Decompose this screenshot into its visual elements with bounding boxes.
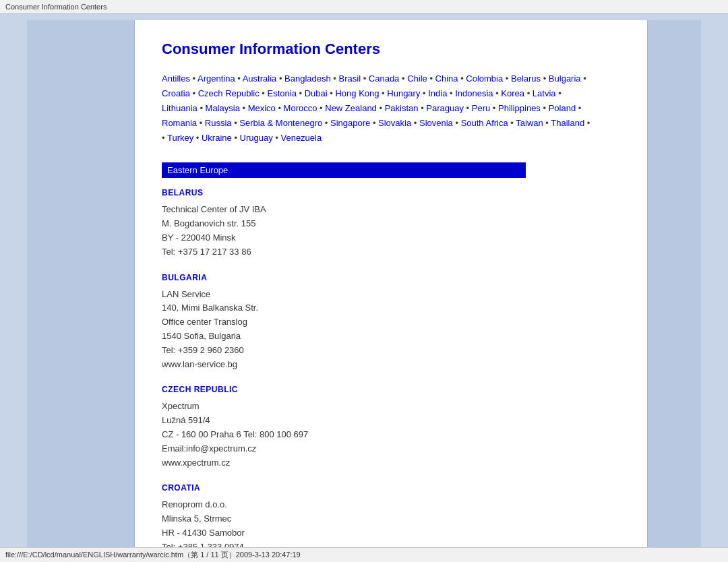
link-indonesia[interactable]: Indonesia (455, 88, 493, 98)
link-paraguay[interactable]: Paraguay (426, 103, 464, 113)
link-australia[interactable]: Australia (243, 73, 277, 84)
link-south-africa[interactable]: South Africa (461, 118, 508, 128)
link-chile[interactable]: Chile (407, 73, 427, 84)
link-new-zealand[interactable]: New Zealand (325, 103, 377, 113)
link-antilles[interactable]: Antilles (162, 73, 190, 84)
country-name-croatia: CROATIA (162, 483, 620, 493)
link-slovenia[interactable]: Slovenia (419, 118, 453, 128)
link-turkey[interactable]: Turkey (167, 133, 193, 143)
status-bar-text: file:///E:/CD/lcd/manual/ENGLISH/warrant… (5, 550, 301, 560)
link-belarus[interactable]: Belarus (511, 73, 541, 84)
link-poland[interactable]: Poland (549, 103, 576, 113)
link-hong-kong[interactable]: Hong Kong (335, 88, 379, 98)
link-pakistan[interactable]: Pakistan (385, 103, 419, 113)
right-sidebar (701, 20, 728, 562)
link-india[interactable]: India (428, 88, 447, 98)
country-section-bulgaria: BULGARIA LAN Service 140, Mimi Balkanska… (162, 273, 620, 372)
title-bar: Consumer Information Centers (0, 0, 728, 13)
link-philippines[interactable]: Philippines (498, 103, 541, 113)
left-panel (27, 20, 135, 562)
link-lithuania[interactable]: Lithuania (162, 103, 198, 113)
main-content: Consumer Information Centers Antilles • … (135, 20, 647, 562)
link-china[interactable]: China (435, 73, 458, 84)
link-malaysia[interactable]: Malaysia (206, 103, 240, 113)
outer-wrapper: Consumer Information Centers Antilles • … (0, 13, 728, 562)
country-details-czech-republic: Xpectrum Lužná 591/4 CZ - 160 00 Praha 6… (162, 400, 620, 470)
link-morocco[interactable]: Morocco (284, 103, 317, 113)
link-korea[interactable]: Korea (501, 88, 524, 98)
link-estonia[interactable]: Estonia (268, 88, 297, 98)
country-section-croatia: CROATIA Renoprom d.o.o. Mlinska 5, Strme… (162, 483, 620, 554)
link-thailand[interactable]: Thailand (551, 118, 584, 128)
link-croatia[interactable]: Croatia (162, 88, 190, 98)
left-sidebar (0, 20, 27, 562)
link-peru[interactable]: Peru (472, 103, 490, 113)
link-bangladesh[interactable]: Bangladesh (284, 73, 331, 84)
link-colombia[interactable]: Colombia (466, 73, 503, 84)
country-name-bulgaria: BULGARIA (162, 273, 620, 282)
link-slovakia[interactable]: Slovakia (378, 118, 411, 128)
link-mexico[interactable]: Mexico (248, 103, 276, 113)
page-title: Consumer Information Centers (162, 40, 620, 58)
country-section-czech-republic: CZECH REPUBLIC Xpectrum Lužná 591/4 CZ -… (162, 385, 620, 470)
right-panel (647, 20, 701, 562)
link-latvia[interactable]: Latvia (533, 88, 556, 98)
link-dubai[interactable]: Dubai (305, 88, 328, 98)
link-brasil[interactable]: Brasil (339, 73, 361, 84)
title-bar-text: Consumer Information Centers (5, 3, 107, 11)
link-taiwan[interactable]: Taiwan (516, 118, 543, 128)
link-romania[interactable]: Romania (162, 118, 197, 128)
country-section-belarus: BELARUS Technical Center of JV IBA M. Bo… (162, 188, 620, 259)
country-details-belarus: Technical Center of JV IBA M. Bogdanovic… (162, 203, 620, 259)
link-argentina[interactable]: Argentina (198, 73, 235, 84)
link-bulgaria[interactable]: Bulgaria (549, 73, 581, 84)
link-russia[interactable]: Russia (205, 118, 232, 128)
link-venezuela[interactable]: Venezuela (280, 133, 322, 143)
country-name-belarus: BELARUS (162, 188, 620, 197)
link-singapore[interactable]: Singapore (330, 118, 370, 128)
link-czech-republic[interactable]: Czech Republic (198, 88, 260, 98)
section-header-eastern-europe: Eastern Europe (162, 162, 526, 178)
link-canada[interactable]: Canada (369, 73, 400, 84)
links-section: Antilles • Argentina • Australia • Bangl… (162, 71, 620, 146)
link-serbia[interactable]: Serbia & Montenegro (239, 118, 322, 128)
country-details-croatia: Renoprom d.o.o. Mlinska 5, Strmec HR - 4… (162, 498, 620, 554)
country-details-bulgaria: LAN Service 140, Mimi Balkanska Str. Off… (162, 288, 620, 372)
status-bar: file:///E:/CD/lcd/manual/ENGLISH/warrant… (0, 547, 728, 562)
country-name-czech-republic: CZECH REPUBLIC (162, 385, 620, 394)
link-uruguay[interactable]: Uruguay (240, 133, 273, 143)
link-ukraine[interactable]: Ukraine (202, 133, 232, 143)
link-hungary[interactable]: Hungary (387, 88, 420, 98)
